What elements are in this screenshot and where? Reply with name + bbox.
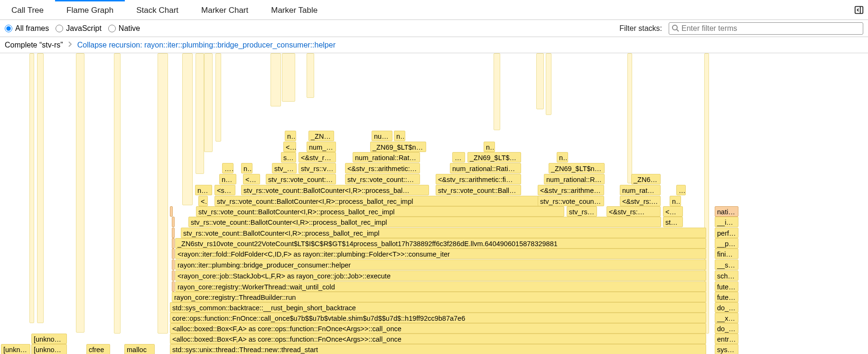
flame-frame[interactable]: [unknown] <box>31 344 67 354</box>
flame-frame[interactable]: stv_rs::vote_count::BallotCounter<I,R>::… <box>241 185 429 195</box>
flame-frame[interactable]: n… <box>195 185 212 195</box>
flame-frame[interactable] <box>172 259 175 270</box>
breadcrumb-complete[interactable]: Complete “stv-rs” <box>5 41 63 49</box>
flame-frame[interactable]: … <box>452 152 465 163</box>
flame-frame[interactable]: do_sy… <box>715 323 738 334</box>
flame-frame[interactable]: <&stv_rs::arithmetic:… <box>345 163 420 173</box>
flame-frame[interactable]: entry… <box>715 334 738 344</box>
flame-frame[interactable]: _ZN69_$LT$num… <box>370 142 426 152</box>
flame-frame[interactable]: <alloc::boxed::Box<F,A> as core::ops::fu… <box>170 323 706 334</box>
flame-frame[interactable]: _ZN6… <box>308 131 334 141</box>
flame-frame[interactable]: <rayon::iter::fold::FoldFolder<C,ID,F> a… <box>175 249 706 259</box>
flame-frame[interactable]: stv_rs::vote_count::BallotCounter<I,R>::… <box>215 196 579 206</box>
breadcrumb-collapse-link[interactable]: Collapse recursion: rayon::iter::plumbin… <box>77 41 336 49</box>
flame-frame[interactable]: syscall <box>715 344 738 354</box>
flame-frame[interactable]: cfree <box>86 344 110 354</box>
flame-frame[interactable]: _ZN69_… <box>631 174 661 184</box>
flame-frame[interactable]: __per… <box>715 238 738 249</box>
flame-frame[interactable]: <stv… <box>215 185 235 195</box>
flame-frame[interactable]: stv_rs::vote_count::BallotCounter<I,R>::… <box>181 228 706 238</box>
flame-frame[interactable]: [unknown] <box>31 334 67 344</box>
flame-frame[interactable]: futex… <box>715 292 738 302</box>
flame-frame[interactable]: nu… <box>670 196 681 206</box>
flame-frame[interactable]: futex… <box>715 281 738 292</box>
flame-frame[interactable]: malloc <box>124 344 155 354</box>
flame-frame[interactable]: __int… <box>715 217 738 227</box>
flame-frame[interactable]: sched… <box>715 270 738 281</box>
flame-frame[interactable]: __x64… <box>715 313 738 323</box>
radio-all-frames[interactable]: All frames <box>5 24 49 33</box>
tab-call-tree[interactable]: Call Tree <box>0 0 55 19</box>
flame-frame[interactable]: stv_rs::vote_count::BallotCounter<I,R>::… <box>188 217 661 227</box>
flame-frame[interactable]: num_rat… <box>620 185 661 195</box>
flame-frame[interactable]: stv_rs::vote_count::Ba… <box>345 174 420 184</box>
radio-native-input[interactable] <box>108 25 116 32</box>
flame-frame[interactable]: <&stv_rs::arithmetic::fi… <box>436 174 521 184</box>
flame-frame[interactable]: rayon_core::registry::WorkerThread::wait… <box>175 281 706 292</box>
flame-frame[interactable]: n… <box>285 131 296 141</box>
flame-frame[interactable] <box>172 238 175 249</box>
flame-frame[interactable]: stv_r… <box>272 163 297 173</box>
flame-frame[interactable]: stv_rs::vote_count::… <box>538 196 604 206</box>
flame-frame[interactable] <box>172 228 175 238</box>
flame-frame[interactable]: core::ops::function::FnOnce::call_once$u… <box>170 313 706 323</box>
flame-frame[interactable]: n… <box>394 131 405 141</box>
flame-frame[interactable]: _ZN69_$LT$nu… <box>467 152 521 163</box>
flame-frame[interactable]: perf_… <box>715 228 738 238</box>
flame-graph-canvas[interactable]: [unkno…[unknown]cfreemallocstd::sys::uni… <box>0 53 868 354</box>
flame-frame[interactable]: rayon_core::registry::ThreadBuilder::run <box>172 292 706 302</box>
flame-frame[interactable]: num_rational::Rat… <box>353 152 420 163</box>
flame-frame[interactable]: stv_rs::vote_count::Ball… <box>436 185 521 195</box>
flame-frame[interactable]: <… <box>198 196 208 206</box>
flame-frame[interactable]: do_fu… <box>715 302 738 313</box>
tab-marker-table[interactable]: Marker Table <box>260 0 329 19</box>
flame-frame[interactable]: n… <box>557 152 568 163</box>
flame-frame[interactable]: stv_… <box>663 217 683 227</box>
filter-stacks-input[interactable] <box>669 22 863 35</box>
flame-frame[interactable]: std::sys_common::backtrace::__rust_begin… <box>170 302 706 313</box>
flame-frame[interactable]: _ZN6stv_rs10vote_count22VoteCount$LT$I$C… <box>175 238 706 249</box>
flame-frame[interactable]: <&stv_rs:… <box>299 152 336 163</box>
flame-frame[interactable] <box>172 249 175 259</box>
flame-frame[interactable]: nu… <box>241 163 252 173</box>
flame-frame[interactable] <box>172 270 175 281</box>
radio-native[interactable]: Native <box>108 24 140 33</box>
flame-frame[interactable]: stv_rs::vo… <box>299 163 336 173</box>
flame-frame[interactable]: _ZN69_$LT$nu… <box>549 163 605 173</box>
flame-frame[interactable]: num_rational::R… <box>544 174 605 184</box>
flame-frame[interactable]: rayon::iter::plumbing::bridge_producer_c… <box>175 259 706 270</box>
flame-frame[interactable]: stv_rs::vote_count::BallotCounter<I,R>::… <box>196 206 564 217</box>
flame-frame[interactable]: <rayon_core::job::StackJob<L,F,R> as ray… <box>175 270 706 281</box>
flame-frame[interactable]: finis… <box>715 249 738 259</box>
flame-frame[interactable]: <&st… <box>663 206 683 217</box>
flame-frame[interactable]: stv_rs::vote_count::… <box>266 174 336 184</box>
flame-frame[interactable]: <&stv_rs:… <box>607 206 661 217</box>
flame-frame[interactable]: num_rational::Rati… <box>450 163 521 173</box>
flame-frame[interactable]: stv_rs::v… <box>567 206 597 217</box>
tab-marker-chart[interactable]: Marker Chart <box>190 0 260 19</box>
flame-frame[interactable]: … <box>676 185 686 195</box>
flame-frame[interactable]: [unkno… <box>1 344 30 354</box>
flame-frame[interactable]: nu… <box>219 174 236 184</box>
flame-frame[interactable] <box>172 281 175 292</box>
flame-frame[interactable]: <&stv_rs::arithmet… <box>538 185 604 195</box>
tab-flame-graph[interactable]: Flame Graph <box>55 0 125 19</box>
flame-frame[interactable]: __sch… <box>715 259 738 270</box>
flame-frame[interactable]: num_ra… <box>307 142 336 152</box>
flame-frame[interactable]: num… <box>372 131 392 141</box>
radio-all-frames-input[interactable] <box>5 25 12 32</box>
radio-javascript[interactable]: JavaScript <box>56 24 102 33</box>
flame-frame[interactable]: … <box>222 163 233 173</box>
flame-frame[interactable]: <&… <box>283 142 296 152</box>
flame-frame[interactable]: <s… <box>243 174 260 184</box>
flame-frame[interactable] <box>170 206 173 217</box>
sidebar-toggle-icon[interactable] <box>854 5 864 15</box>
flame-frame[interactable]: std::sys::unix::thread::Thread::new::thr… <box>170 344 706 354</box>
flame-frame[interactable]: nativ… <box>715 206 738 217</box>
flame-frame[interactable]: <&stv_rs:… <box>620 196 661 206</box>
flame-frame[interactable]: st… <box>281 152 296 163</box>
tab-stack-chart[interactable]: Stack Chart <box>125 0 190 19</box>
flame-frame[interactable] <box>172 217 175 227</box>
radio-javascript-input[interactable] <box>56 25 63 32</box>
flame-frame[interactable]: <alloc::boxed::Box<F,A> as core::ops::fu… <box>170 334 706 344</box>
